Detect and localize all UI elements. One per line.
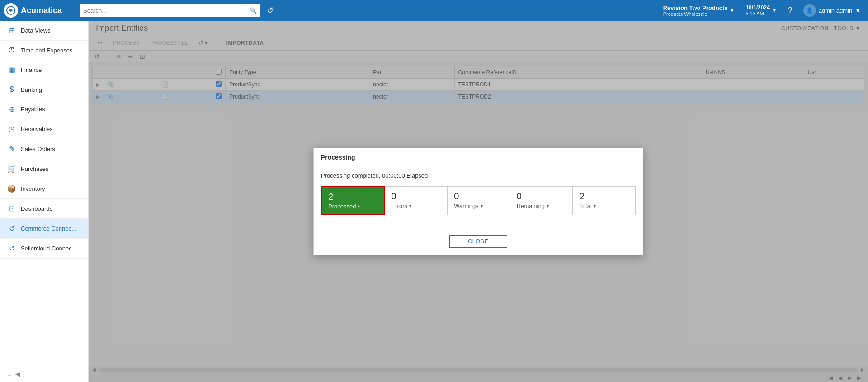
app-name: Acumatica <box>21 6 62 15</box>
inventory-icon: 📦 <box>7 184 16 193</box>
search-icon[interactable]: 🔍 <box>250 7 257 14</box>
stat-total[interactable]: 2 Total <box>573 186 636 215</box>
modal-footer: CLOSE <box>314 231 643 255</box>
purchases-icon: 🛒 <box>7 165 16 173</box>
stat-processed[interactable]: 2 Processed <box>321 186 385 215</box>
remaining-label: Remaining <box>517 203 566 209</box>
sidebar-item-commerce-connect[interactable]: ↺ Commerce Connec... <box>0 219 88 239</box>
sidebar-item-label: Time and Expenses <box>21 47 72 54</box>
warnings-number: 0 <box>454 191 504 202</box>
company-selector[interactable]: Revision Two Products Products Wholesale… <box>660 5 739 17</box>
total-number: 2 <box>579 191 629 202</box>
time-display: 5:13 AM <box>745 11 769 16</box>
modal-body: Processing completed, 00:00:00 Elapsed 2… <box>314 165 643 231</box>
sidebar-item-label: Data Views <box>21 27 51 34</box>
sidebar-item-finance[interactable]: ▦ Finance <box>0 60 88 80</box>
sidebar-footer[interactable]: ... ◀ <box>0 366 88 382</box>
sidebar-item-label: Receivables <box>21 126 53 132</box>
data-views-icon: ⊞ <box>7 26 16 35</box>
remaining-number: 0 <box>517 191 566 202</box>
sidebar-item-label: Payables <box>21 106 45 113</box>
errors-chevron-icon <box>409 203 411 208</box>
help-button[interactable]: ? <box>784 4 796 17</box>
sidebar-item-label: Finance <box>21 66 42 73</box>
company-chevron-icon: ▼ <box>730 7 735 14</box>
sidebar-item-label: Inventory <box>21 185 45 192</box>
time-expenses-icon: ⏱ <box>7 46 16 54</box>
company-sub: Products Wholesale <box>663 11 728 17</box>
user-avatar: 👤 <box>803 4 816 17</box>
date-display: 10/1/2024 <box>745 5 769 11</box>
finance-icon: ▦ <box>7 66 16 74</box>
processed-number: 2 <box>328 192 378 202</box>
modal-status-text: Processing completed, 00:00:00 Elapsed <box>321 172 636 179</box>
history-button[interactable]: ↺ <box>264 4 276 17</box>
logo-area[interactable]: Acumatica <box>4 3 76 18</box>
stat-remaining[interactable]: 0 Remaining <box>510 186 573 215</box>
sales-orders-icon: ✎ <box>7 145 16 153</box>
main-layout: ⊞ Data Views ⏱ Time and Expenses ▦ Finan… <box>0 21 868 382</box>
user-chevron-icon: ▼ <box>855 7 861 14</box>
sidebar-item-purchases[interactable]: 🛒 Purchases <box>0 159 88 179</box>
processed-label: Processed <box>328 203 378 210</box>
sidebar: ⊞ Data Views ⏱ Time and Expenses ▦ Finan… <box>0 21 89 382</box>
more-label: ... <box>7 371 12 377</box>
commerce-connect-icon: ↺ <box>7 224 16 233</box>
processing-modal: Processing Processing completed, 00:00:0… <box>313 148 643 255</box>
sidebar-item-sales-orders[interactable]: ✎ Sales Orders <box>0 139 88 159</box>
errors-number: 0 <box>392 191 441 202</box>
stat-warnings[interactable]: 0 Warnings <box>448 186 510 215</box>
payables-icon: ⊕ <box>7 105 16 113</box>
sidebar-item-receivables[interactable]: ◷ Receivables <box>0 119 88 139</box>
dashboards-icon: ⊡ <box>7 204 16 213</box>
sellercloud-connect-icon: ↺ <box>7 244 16 253</box>
stat-errors[interactable]: 0 Errors <box>385 186 448 215</box>
sidebar-item-label: Sales Orders <box>21 146 55 152</box>
errors-label: Errors <box>392 203 441 209</box>
sidebar-item-label: Sellercloud Connec... <box>21 245 77 252</box>
datetime-selector[interactable]: 10/1/2024 5:13 AM ▼ <box>742 5 780 16</box>
search-bar[interactable]: 🔍 <box>80 4 260 17</box>
sidebar-item-label: Banking <box>21 86 42 93</box>
datetime-chevron-icon: ▼ <box>772 7 777 14</box>
company-name: Revision Two Products <box>663 5 728 11</box>
search-input[interactable] <box>83 7 250 14</box>
sidebar-item-label: Commerce Connec... <box>21 225 76 232</box>
receivables-icon: ◷ <box>7 125 16 133</box>
sidebar-item-data-views[interactable]: ⊞ Data Views <box>0 21 88 41</box>
modal-header: Processing <box>314 148 643 165</box>
content-area: Import Entities CUSTOMIZATION TOOLS ▼ ↩ … <box>89 21 868 382</box>
user-name: admin admin <box>819 7 852 14</box>
warnings-chevron-icon <box>481 203 483 208</box>
user-menu[interactable]: 👤 admin admin ▼ <box>800 4 864 17</box>
sidebar-item-payables[interactable]: ⊕ Payables <box>0 99 88 119</box>
banking-icon: $ <box>7 85 16 94</box>
total-chevron-icon <box>594 203 596 208</box>
sidebar-item-inventory[interactable]: 📦 Inventory <box>0 179 88 199</box>
processed-chevron-icon <box>358 204 360 209</box>
modal-stats: 2 Processed 0 Errors <box>321 186 636 215</box>
sidebar-item-sellercloud-connect[interactable]: ↺ Sellercloud Connec... <box>0 239 88 259</box>
top-navigation: Acumatica 🔍 ↺ Revision Two Products Prod… <box>0 0 868 21</box>
warnings-label: Warnings <box>454 203 504 209</box>
sidebar-collapse-button[interactable]: ◀ <box>15 370 20 377</box>
app-logo <box>4 3 18 18</box>
modal-title: Processing <box>321 154 636 161</box>
sidebar-item-time-expenses[interactable]: ⏱ Time and Expenses <box>0 41 88 60</box>
close-button[interactable]: CLOSE <box>449 235 507 248</box>
sidebar-item-dashboards[interactable]: ⊡ Dashboards <box>0 199 88 219</box>
sidebar-item-banking[interactable]: $ Banking <box>0 80 88 99</box>
modal-overlay: Processing Processing completed, 00:00:0… <box>89 21 868 382</box>
sidebar-item-label: Purchases <box>21 165 48 172</box>
total-label: Total <box>579 203 629 209</box>
sidebar-item-label: Dashboards <box>21 205 52 212</box>
remaining-chevron-icon <box>547 203 549 208</box>
